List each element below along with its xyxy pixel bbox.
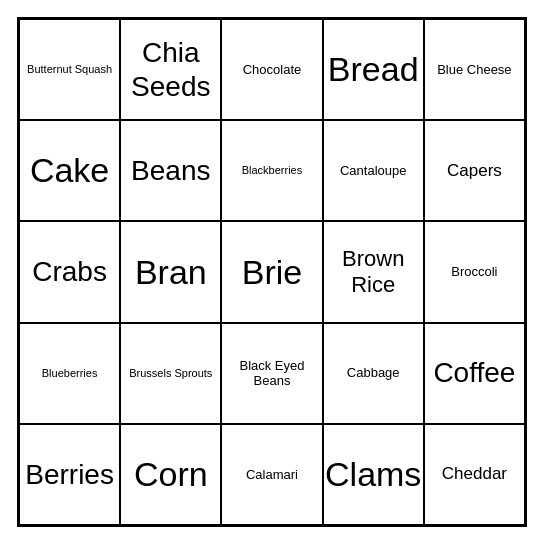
cell-text-4: Blue Cheese — [437, 62, 511, 78]
bingo-card: Butternut SquashChia SeedsChocolateBread… — [17, 17, 527, 527]
cell-text-13: Brown Rice — [328, 246, 419, 299]
bingo-cell-5: Cake — [19, 120, 120, 221]
cell-text-20: Berries — [25, 458, 114, 492]
bingo-cell-14: Broccoli — [424, 221, 525, 322]
cell-text-7: Blackberries — [242, 164, 303, 177]
cell-text-3: Bread — [328, 49, 419, 90]
bingo-cell-23: Clams — [323, 424, 424, 525]
bingo-cell-1: Chia Seeds — [120, 19, 221, 120]
cell-text-17: Black Eyed Beans — [226, 358, 317, 389]
cell-text-2: Chocolate — [243, 62, 302, 78]
bingo-cell-19: Coffee — [424, 323, 525, 424]
bingo-cell-10: Crabs — [19, 221, 120, 322]
bingo-cell-24: Cheddar — [424, 424, 525, 525]
cell-text-9: Capers — [447, 161, 502, 181]
cell-text-12: Brie — [242, 252, 302, 293]
cell-text-10: Crabs — [32, 255, 107, 289]
bingo-cell-2: Chocolate — [221, 19, 322, 120]
bingo-cell-7: Blackberries — [221, 120, 322, 221]
cell-text-18: Cabbage — [347, 365, 400, 381]
bingo-cell-15: Blueberries — [19, 323, 120, 424]
cell-text-21: Corn — [134, 454, 208, 495]
cell-text-15: Blueberries — [42, 367, 98, 380]
bingo-cell-0: Butternut Squash — [19, 19, 120, 120]
bingo-cell-8: Cantaloupe — [323, 120, 424, 221]
cell-text-8: Cantaloupe — [340, 163, 407, 179]
cell-text-1: Chia Seeds — [125, 36, 216, 103]
cell-text-19: Coffee — [433, 356, 515, 390]
bingo-cell-4: Blue Cheese — [424, 19, 525, 120]
cell-text-0: Butternut Squash — [27, 63, 112, 76]
cell-text-11: Bran — [135, 252, 207, 293]
bingo-cell-21: Corn — [120, 424, 221, 525]
bingo-cell-18: Cabbage — [323, 323, 424, 424]
cell-text-14: Broccoli — [451, 264, 497, 280]
bingo-cell-6: Beans — [120, 120, 221, 221]
cell-text-23: Clams — [325, 454, 421, 495]
bingo-cell-3: Bread — [323, 19, 424, 120]
bingo-cell-13: Brown Rice — [323, 221, 424, 322]
bingo-cell-22: Calamari — [221, 424, 322, 525]
cell-text-22: Calamari — [246, 467, 298, 483]
bingo-cell-9: Capers — [424, 120, 525, 221]
bingo-cell-11: Bran — [120, 221, 221, 322]
cell-text-5: Cake — [30, 150, 109, 191]
cell-text-24: Cheddar — [442, 464, 507, 484]
cell-text-16: Brussels Sprouts — [129, 367, 212, 380]
cell-text-6: Beans — [131, 154, 210, 188]
bingo-cell-17: Black Eyed Beans — [221, 323, 322, 424]
bingo-cell-12: Brie — [221, 221, 322, 322]
bingo-cell-16: Brussels Sprouts — [120, 323, 221, 424]
bingo-cell-20: Berries — [19, 424, 120, 525]
